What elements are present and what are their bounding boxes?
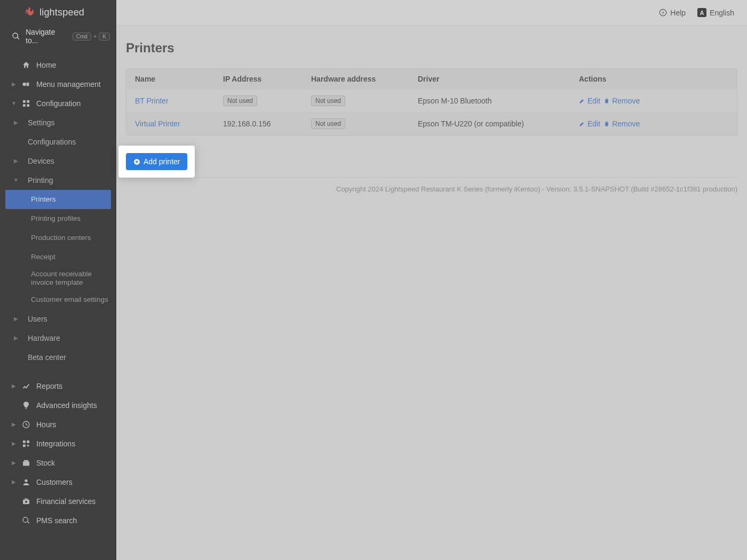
- col-ip: IP Address: [214, 69, 303, 89]
- footer-text: Copyright 2024 Lightspeed Restaurant K S…: [126, 177, 737, 193]
- nav-devices[interactable]: ▶Devices: [0, 151, 116, 171]
- nav-hardware[interactable]: ▶Hardware: [0, 329, 116, 348]
- driver-text: Epson M-10 Bluetooth: [409, 91, 570, 111]
- nav-printing-profiles[interactable]: Printing profiles: [0, 209, 116, 228]
- not-used-badge: Not used: [223, 95, 257, 106]
- nav-search[interactable]: Navigate to... Cmd + K: [0, 23, 116, 51]
- not-used-badge: Not used: [311, 118, 345, 129]
- nav-production-centers[interactable]: Production centers: [0, 228, 116, 247]
- printer-name-link[interactable]: Virtual Printer: [135, 119, 180, 128]
- flame-icon: [26, 6, 35, 18]
- lightbulb-icon: [21, 401, 31, 410]
- svg-point-12: [25, 479, 27, 482]
- nav-pms[interactable]: PMS search: [0, 511, 116, 530]
- edit-link[interactable]: Edit: [579, 119, 600, 128]
- nav-list: Home ▶Menu management ▼Configuration ▶Se…: [0, 51, 116, 530]
- user-icon: [21, 477, 31, 487]
- nav-settings[interactable]: ▶Settings: [0, 113, 116, 132]
- nav-beta[interactable]: Beta center: [0, 348, 116, 367]
- edit-icon: [579, 121, 585, 127]
- nav-ar-invoice[interactable]: Account receivable invoice template: [0, 267, 116, 290]
- help-icon: ?: [659, 9, 667, 17]
- trash-icon: [603, 98, 610, 104]
- col-driver: Driver: [409, 69, 570, 89]
- search-icon: [12, 32, 20, 41]
- kbd-shortcut: Cmd + K: [73, 33, 110, 41]
- svg-point-14: [25, 501, 27, 503]
- svg-rect-7: [23, 441, 26, 443]
- topbar: ? Help A English: [116, 0, 747, 26]
- plus-circle-icon: [133, 158, 140, 165]
- svg-rect-11: [24, 460, 28, 462]
- nav-printers[interactable]: Printers: [5, 190, 111, 209]
- clock-icon: [21, 420, 31, 429]
- svg-point-0: [22, 83, 26, 86]
- col-name: Name: [126, 69, 214, 89]
- nav-receipt[interactable]: Receipt: [0, 247, 116, 267]
- help-link[interactable]: ? Help: [659, 9, 686, 17]
- nav-integrations[interactable]: ▶Integrations: [0, 434, 116, 453]
- svg-rect-3: [27, 100, 29, 103]
- svg-rect-5: [27, 104, 29, 107]
- svg-rect-15: [25, 499, 27, 500]
- nav-fin-services[interactable]: Financial services: [0, 492, 116, 511]
- trash-icon: [603, 121, 610, 127]
- svg-rect-9: [23, 444, 26, 447]
- home-icon: [21, 60, 31, 70]
- svg-text:?: ?: [662, 11, 664, 15]
- grid-icon: [21, 99, 31, 108]
- stock-icon: [21, 458, 31, 468]
- brand-logo: lightspeed: [0, 0, 116, 23]
- table-row: Virtual Printer 192.168.0.156 Not used E…: [126, 112, 737, 135]
- table-row: BT Printer Not used Not used Epson M-10 …: [126, 89, 737, 112]
- printer-name-link[interactable]: BT Printer: [135, 97, 169, 105]
- printers-table: Name IP Address Hardware address Driver …: [126, 68, 737, 135]
- nav-users[interactable]: ▶Users: [0, 309, 116, 329]
- nav-insights[interactable]: Advanced insights: [0, 396, 116, 415]
- nav-stock[interactable]: ▶Stock: [0, 453, 116, 473]
- nav-hours[interactable]: ▶Hours: [0, 415, 116, 434]
- remove-link[interactable]: Remove: [603, 119, 640, 128]
- svg-rect-2: [23, 100, 26, 103]
- sidebar: lightspeed Navigate to... Cmd + K Home ▶…: [0, 0, 116, 560]
- nav-configurations[interactable]: Configurations: [0, 132, 116, 151]
- driver-text: Epson TM-U220 (or compatible): [409, 114, 570, 134]
- remove-link[interactable]: Remove: [603, 97, 640, 105]
- nav-printing[interactable]: ▼Printing: [0, 171, 116, 190]
- not-used-badge: Not used: [311, 95, 345, 106]
- brand-text: lightspeed: [39, 7, 84, 18]
- col-hw: Hardware address: [303, 69, 409, 89]
- search-icon: [21, 516, 31, 525]
- nav-search-placeholder: Navigate to...: [26, 28, 67, 45]
- nav-customers[interactable]: ▶Customers: [0, 473, 116, 492]
- edit-icon: [579, 98, 585, 104]
- ip-text: 192.168.0.156: [214, 114, 303, 134]
- language-badge-icon: A: [697, 8, 706, 17]
- edit-link[interactable]: Edit: [579, 97, 600, 105]
- chart-icon: [21, 381, 31, 391]
- camera-icon: [21, 497, 31, 506]
- svg-rect-8: [27, 441, 29, 443]
- nav-menu-mgmt[interactable]: ▶Menu management: [0, 75, 116, 94]
- menu-icon: [21, 79, 31, 89]
- svg-rect-4: [23, 104, 26, 107]
- add-printer-highlight: Add printer: [118, 146, 195, 178]
- integrations-icon: [21, 439, 31, 449]
- nav-reports[interactable]: ▶Reports: [0, 377, 116, 396]
- nav-cust-email[interactable]: Customer email settings: [0, 290, 116, 309]
- page-title: Printers: [126, 41, 737, 55]
- col-actions: Actions: [570, 69, 737, 89]
- language-selector[interactable]: A English: [697, 8, 734, 17]
- nav-configuration[interactable]: ▼Configuration: [0, 94, 116, 113]
- svg-rect-10: [23, 461, 29, 466]
- nav-home[interactable]: Home: [0, 55, 116, 75]
- add-printer-button[interactable]: Add printer: [126, 153, 187, 170]
- svg-rect-1: [27, 83, 29, 86]
- main-content: Printers Name IP Address Hardware addres…: [116, 26, 747, 560]
- table-header: Name IP Address Hardware address Driver …: [126, 69, 737, 89]
